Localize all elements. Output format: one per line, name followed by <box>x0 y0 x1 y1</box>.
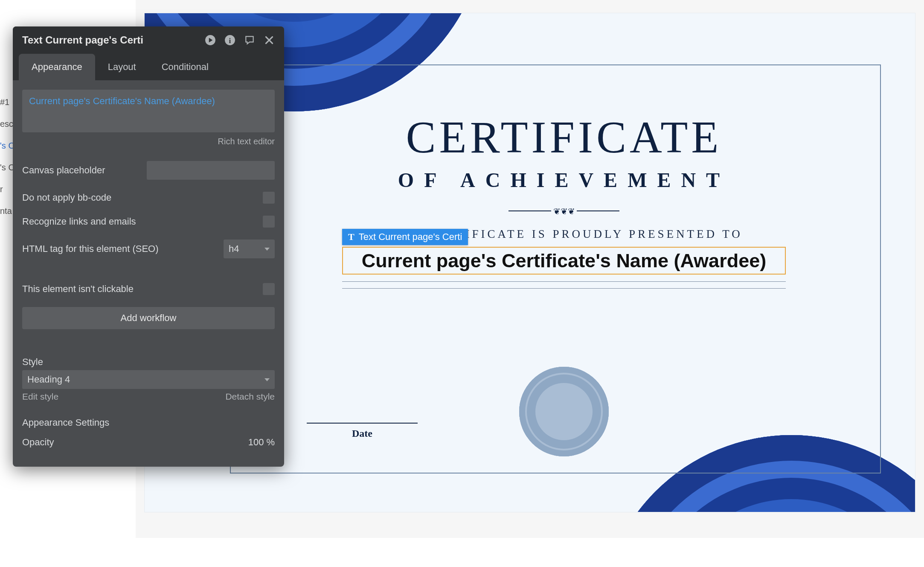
style-heading-label: Style <box>22 357 43 368</box>
info-icon[interactable]: i <box>224 35 235 46</box>
expression-value: Current page's Certificate's Name (Award… <box>29 96 215 106</box>
style-value: Heading 4 <box>27 374 70 385</box>
bb-code-row: Do not apply bb-code <box>22 186 275 210</box>
rich-text-editor-link[interactable]: Rich text editor <box>22 137 275 146</box>
opacity-value-display[interactable]: 100 % <box>248 437 275 448</box>
certificate-subtitle: OF ACHIEVEMENT <box>281 168 847 192</box>
left-edge-text: #1 <box>0 97 13 107</box>
certificate-seal-icon <box>519 367 609 456</box>
edit-style-link[interactable]: Edit style <box>22 392 58 402</box>
add-workflow-label: Add workflow <box>121 313 177 324</box>
certificate-content: CERTIFICATE OF ACHIEVEMENT ❦❦❦ THIS CERT… <box>281 111 847 289</box>
panel-body: Current page's Certificate's Name (Award… <box>13 80 284 467</box>
awardee-name-text[interactable]: Current page's Certificate's Name (Award… <box>342 247 786 275</box>
recognize-links-checkbox[interactable] <box>263 216 275 228</box>
recognize-links-row: Recognize links and emails <box>22 210 275 234</box>
opacity-unit: % <box>266 437 275 448</box>
date-label: Date <box>307 428 418 439</box>
property-editor-panel[interactable]: Text Current page's Certi i Appearance L… <box>13 26 284 467</box>
html-tag-row: HTML tag for this element (SEO) h4 <box>22 234 275 264</box>
appearance-settings-row: Appearance Settings <box>22 415 275 431</box>
not-clickable-label: This element isn't clickable <box>22 284 134 295</box>
certificate-footer: Date <box>281 367 847 456</box>
bb-code-label: Do not apply bb-code <box>22 192 111 203</box>
left-edge-text: 's C <box>0 163 13 172</box>
panel-title: Text Current page's Certi <box>22 34 143 46</box>
html-tag-value: h4 <box>229 243 239 254</box>
add-workflow-button[interactable]: Add workflow <box>22 307 275 329</box>
appearance-settings-label: Appearance Settings <box>22 417 109 428</box>
opacity-row: Opacity 100 % <box>22 431 275 454</box>
panel-header-actions: i <box>205 35 275 46</box>
date-block: Date <box>307 423 418 439</box>
left-edge-text: esc <box>0 119 13 129</box>
style-select[interactable]: Heading 4 <box>22 370 275 389</box>
not-clickable-row: This element isn't clickable <box>22 277 275 301</box>
tab-appearance[interactable]: Appearance <box>19 54 95 80</box>
opacity-label: Opacity <box>22 437 54 448</box>
decorative-divider: ❦❦❦ <box>508 207 619 215</box>
opacity-number: 100 <box>248 437 264 448</box>
date-signature-line <box>307 423 418 424</box>
style-heading-row: Style <box>22 354 275 370</box>
svg-text:i: i <box>229 37 231 45</box>
decorative-underline <box>342 281 786 289</box>
canvas-placeholder-label: Canvas placeholder <box>22 165 105 176</box>
style-links-row: Edit style Detach style <box>22 392 275 402</box>
play-icon[interactable] <box>205 35 216 46</box>
panel-tabs: Appearance Layout Conditional <box>13 54 284 80</box>
left-edge-text: nta <box>0 206 13 216</box>
selection-badge-label: Text Current page's Certi <box>359 231 462 243</box>
detach-style-link[interactable]: Detach style <box>225 392 275 402</box>
selected-text-element[interactable]: T Text Current page's Certi Current page… <box>342 247 786 289</box>
recognize-links-label: Recognize links and emails <box>22 216 136 227</box>
canvas-placeholder-row: Canvas placeholder <box>22 155 275 186</box>
dynamic-expression-input[interactable]: Current page's Certificate's Name (Award… <box>22 90 275 132</box>
certificate-title: CERTIFICATE <box>281 111 847 163</box>
html-tag-select[interactable]: h4 <box>224 240 275 258</box>
comment-icon[interactable] <box>244 35 255 46</box>
text-icon: T <box>348 231 354 243</box>
bb-code-checkbox[interactable] <box>263 192 275 204</box>
html-tag-label: HTML tag for this element (SEO) <box>22 243 159 254</box>
tab-conditional[interactable]: Conditional <box>149 54 221 80</box>
left-edge-text: 's C <box>0 141 13 151</box>
left-edge-text: r <box>0 184 13 194</box>
not-clickable-checkbox[interactable] <box>263 283 275 295</box>
canvas-placeholder-input[interactable] <box>147 161 275 180</box>
close-icon[interactable] <box>264 35 275 46</box>
chevron-down-icon <box>264 378 270 381</box>
chevron-down-icon <box>264 248 270 251</box>
tab-layout[interactable]: Layout <box>95 54 149 80</box>
panel-header[interactable]: Text Current page's Certi i <box>13 26 284 54</box>
left-cropped-sidebar: #1 esc 's C 's C r nta <box>0 0 13 567</box>
selection-badge[interactable]: T Text Current page's Certi <box>342 229 468 245</box>
